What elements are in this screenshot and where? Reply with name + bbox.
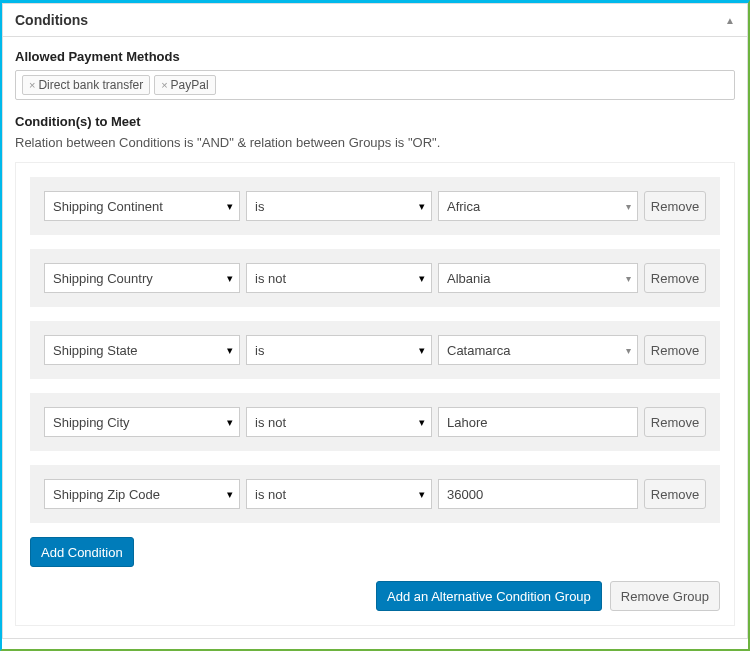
rule-value-input[interactable] [438,407,638,437]
rules-container: Shipping Continent is Africa Remove Ship… [15,162,735,626]
tag-remove-icon[interactable]: × [161,79,167,91]
remove-group-button[interactable]: Remove Group [610,581,720,611]
panel-title: Conditions [15,12,88,28]
rule-field-select[interactable]: Shipping Zip Code [44,479,240,509]
rule-group: Shipping Country is not Albania Remove [30,249,720,307]
allowed-methods-input[interactable]: × Direct bank transfer × PayPal [15,70,735,100]
rule-field-select[interactable]: Shipping Continent [44,191,240,221]
rule-operator-select[interactable]: is [246,335,432,365]
rule-group: Shipping City is not Remove [30,393,720,451]
rule-operator-select[interactable]: is not [246,479,432,509]
conditions-to-meet-label: Condition(s) to Meet [15,114,735,129]
add-condition-button[interactable]: Add Condition [30,537,134,567]
tag-remove-icon[interactable]: × [29,79,35,91]
rule-value-select[interactable]: Africa [438,191,638,221]
rule-operator-select[interactable]: is not [246,263,432,293]
panel-header[interactable]: Conditions ▲ [3,4,747,37]
rule-operator-select[interactable]: is not [246,407,432,437]
remove-rule-button[interactable]: Remove [644,191,706,221]
conditions-panel: Conditions ▲ Allowed Payment Methods × D… [2,3,748,639]
rule-value-select[interactable]: Catamarca [438,335,638,365]
tag-label: PayPal [171,78,209,92]
tag-label: Direct bank transfer [38,78,143,92]
rule-field-select[interactable]: Shipping Country [44,263,240,293]
allowed-methods-label: Allowed Payment Methods [15,49,735,64]
rule-value-input[interactable] [438,479,638,509]
rule-row: Shipping City is not Remove [44,407,706,437]
collapse-icon[interactable]: ▲ [725,15,735,26]
rule-row: Shipping Continent is Africa Remove [44,191,706,221]
remove-rule-button[interactable]: Remove [644,263,706,293]
rule-group: Shipping Continent is Africa Remove [30,177,720,235]
rule-group: Shipping State is Catamarca Remove [30,321,720,379]
remove-rule-button[interactable]: Remove [644,335,706,365]
conditions-help-text: Relation between Conditions is "AND" & r… [15,135,735,150]
rule-row: Shipping Country is not Albania Remove [44,263,706,293]
rule-value-select[interactable]: Albania [438,263,638,293]
remove-rule-button[interactable]: Remove [644,479,706,509]
rule-field-select[interactable]: Shipping State [44,335,240,365]
rule-group: Shipping Zip Code is not Remove [30,465,720,523]
payment-method-tag[interactable]: × Direct bank transfer [22,75,150,95]
rule-operator-select[interactable]: is [246,191,432,221]
rule-row: Shipping Zip Code is not Remove [44,479,706,509]
rule-field-select[interactable]: Shipping City [44,407,240,437]
payment-method-tag[interactable]: × PayPal [154,75,215,95]
panel-body: Allowed Payment Methods × Direct bank tr… [3,37,747,638]
add-alternative-group-button[interactable]: Add an Alternative Condition Group [376,581,602,611]
remove-rule-button[interactable]: Remove [644,407,706,437]
rule-row: Shipping State is Catamarca Remove [44,335,706,365]
